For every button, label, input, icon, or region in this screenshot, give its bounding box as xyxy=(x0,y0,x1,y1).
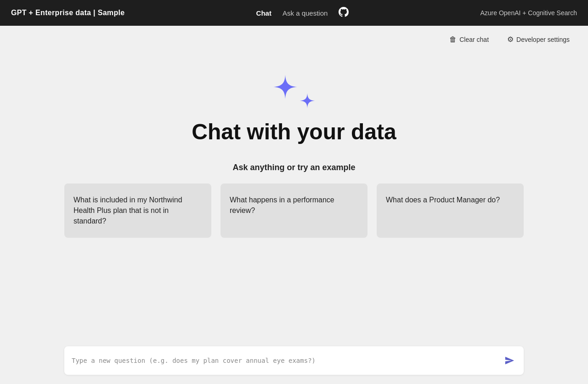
example-cards: What is included in my Northwind Health … xyxy=(64,183,524,238)
send-icon xyxy=(504,355,514,366)
sparkle-big-icon xyxy=(273,75,297,99)
developer-settings-button[interactable]: ⚙ Developer settings xyxy=(503,33,573,46)
nav-chat[interactable]: Chat xyxy=(256,9,271,17)
example-card-2[interactable]: What happens in a performance review? xyxy=(220,183,368,238)
sparkle-small-icon xyxy=(300,93,315,108)
navbar: GPT + Enterprise data | Sample Chat Ask … xyxy=(0,0,588,26)
clear-chat-button[interactable]: 🗑 Clear chat xyxy=(446,34,492,46)
example-card-3[interactable]: What does a Product Manager do? xyxy=(377,183,524,238)
toolbar: 🗑 Clear chat ⚙ Developer settings xyxy=(0,26,588,53)
subheading: Ask anything or try an example xyxy=(232,163,355,172)
navbar-nav: Chat Ask a question xyxy=(256,7,349,19)
navbar-right-text: Azure OpenAI + Cognitive Search xyxy=(480,9,577,17)
send-button[interactable] xyxy=(503,354,516,367)
main-content: Chat with your data Ask anything or try … xyxy=(0,53,588,384)
nav-ask-question[interactable]: Ask a question xyxy=(283,9,328,17)
chat-input-wrapper xyxy=(64,346,524,375)
developer-settings-label: Developer settings xyxy=(516,36,570,43)
main-heading: Chat with your data xyxy=(192,119,396,144)
gear-icon: ⚙ xyxy=(507,35,514,44)
example-card-1[interactable]: What is included in my Northwind Health … xyxy=(64,183,211,238)
navbar-brand: GPT + Enterprise data | Sample xyxy=(11,9,125,17)
chat-input[interactable] xyxy=(72,357,503,364)
clear-chat-label: Clear chat xyxy=(459,36,489,43)
trash-icon: 🗑 xyxy=(449,35,457,44)
github-icon[interactable] xyxy=(339,7,349,19)
sparkle-icon xyxy=(273,71,315,108)
